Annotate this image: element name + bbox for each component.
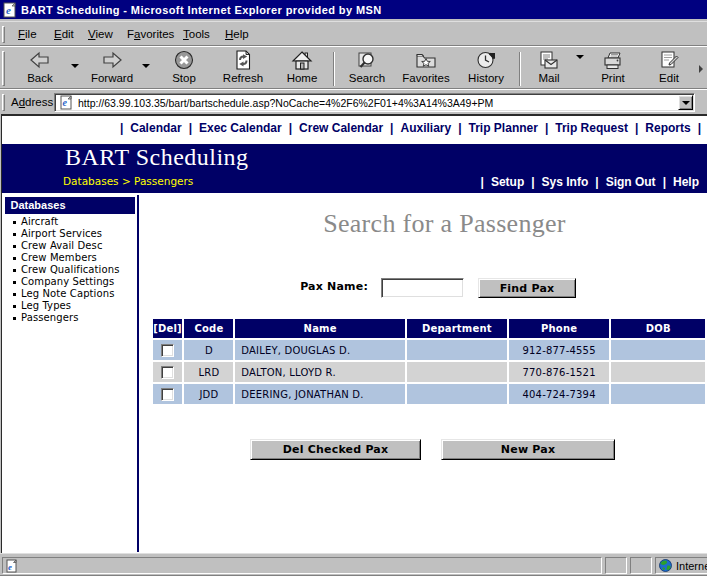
- nav-auxiliary[interactable]: Auxiliary: [400, 121, 451, 135]
- status-bar: e Internet: [0, 553, 707, 576]
- del-checked-pax-button[interactable]: Del Checked Pax: [250, 439, 421, 460]
- back-button[interactable]: Back: [12, 49, 68, 89]
- toolbar-overflow-icon[interactable]: [699, 65, 703, 73]
- row-checkbox[interactable]: [161, 388, 174, 401]
- sidebar-item-crew-members[interactable]: Crew Members: [4, 252, 136, 264]
- table-row: LRD DALTON, LLOYD R. 770-876-1521: [153, 362, 706, 382]
- table-row: D DAILEY, DOUGLAS D. 912-877-4555: [153, 340, 706, 360]
- edit-button[interactable]: Edit: [645, 49, 693, 89]
- toolbar-separator: [333, 52, 335, 86]
- nav-crew-calendar[interactable]: Crew Calendar: [299, 121, 383, 135]
- forward-icon: [101, 50, 123, 71]
- pax-name-input[interactable]: [381, 278, 464, 298]
- nav-trip-request[interactable]: Trip Request: [555, 121, 628, 135]
- nav-exec-calendar[interactable]: Exec Calendar: [199, 121, 282, 135]
- toolbar: Back Forward Stop Refresh Home Search Fa…: [0, 46, 707, 89]
- find-pax-button[interactable]: Find Pax: [478, 278, 576, 298]
- menu-tools[interactable]: Tools: [183, 22, 210, 47]
- nav-calendar[interactable]: Calendar: [130, 121, 181, 135]
- ie-logo-icon: e: [2, 2, 18, 18]
- sidebar-item-passengers[interactable]: Passengers: [4, 312, 136, 324]
- browser-window: e BART Scheduling - Microsoft Internet E…: [0, 0, 707, 576]
- refresh-button[interactable]: Refresh: [214, 49, 272, 89]
- sidebar-header: Databases: [5, 197, 135, 214]
- sidebar-item-airport-services[interactable]: Airport Services: [4, 228, 136, 240]
- col-del: [Del]: [153, 319, 183, 338]
- banner-links: |Setup|Sys Info|Sign Out|Help: [476, 175, 701, 189]
- menu-help[interactable]: Help: [225, 22, 249, 47]
- row-checkbox[interactable]: [161, 366, 174, 379]
- status-panel: [630, 557, 652, 574]
- toolbar-grip[interactable]: [2, 51, 5, 86]
- new-pax-button[interactable]: New Pax: [441, 439, 615, 460]
- row-checkbox[interactable]: [161, 344, 174, 357]
- page-content: |Calendar|Exec Calendar|Crew Calendar|Au…: [0, 114, 707, 553]
- address-dropdown-button[interactable]: [678, 95, 693, 110]
- nav-trip-planner[interactable]: Trip Planner: [469, 121, 538, 135]
- stop-icon: [173, 50, 195, 71]
- back-dropdown-icon[interactable]: [71, 64, 79, 68]
- refresh-icon: [232, 50, 254, 71]
- menu-view[interactable]: View: [88, 22, 113, 47]
- forward-button[interactable]: Forward: [84, 49, 140, 89]
- mail-dropdown-icon[interactable]: [576, 55, 584, 59]
- home-button[interactable]: Home: [274, 49, 330, 89]
- globe-icon: [659, 559, 672, 572]
- menu-file[interactable]: File: [18, 22, 37, 47]
- toolbar-separator: [519, 52, 521, 86]
- col-department: Department: [407, 319, 507, 338]
- page-title: Search for a Passenger: [182, 209, 707, 239]
- favorites-button[interactable]: Favorites: [396, 49, 456, 89]
- window-border: [0, 114, 1, 553]
- sidebar-divider: [137, 195, 139, 552]
- address-label: Address: [11, 90, 53, 115]
- nav-reports[interactable]: Reports: [645, 121, 690, 135]
- col-code: Code: [184, 319, 233, 338]
- app-banner: BART Scheduling Databases > Passengers |…: [2, 144, 707, 193]
- forward-dropdown-icon[interactable]: [142, 64, 150, 68]
- title-bar: e BART Scheduling - Microsoft Internet E…: [0, 0, 707, 20]
- link-help[interactable]: Help: [673, 175, 699, 189]
- favorites-icon: [415, 50, 437, 71]
- address-url: http://63.99.103.35/bart/bartschedule.as…: [78, 97, 493, 109]
- menu-edit[interactable]: Edit: [54, 22, 74, 47]
- search-button[interactable]: Search: [338, 49, 396, 89]
- history-button[interactable]: History: [458, 49, 514, 89]
- menu-favorites[interactable]: Favorites: [127, 22, 174, 47]
- link-sys-info[interactable]: Sys Info: [542, 175, 589, 189]
- col-phone: Phone: [509, 319, 610, 338]
- sidebar-item-leg-types[interactable]: Leg Types: [4, 300, 136, 312]
- sidebar-item-crew-avail-desc[interactable]: Crew Avail Desc: [4, 240, 136, 252]
- history-icon: [475, 50, 497, 71]
- col-name: Name: [235, 319, 405, 338]
- breadcrumb: Databases > Passengers: [63, 175, 193, 187]
- print-icon: [602, 50, 624, 71]
- link-setup[interactable]: Setup: [491, 175, 524, 189]
- passenger-table: [Del] Code Name Department Phone DOB D D…: [151, 317, 707, 406]
- print-button[interactable]: Print: [588, 49, 638, 89]
- address-bar: Address e http://63.99.103.35/bart/barts…: [0, 89, 707, 114]
- page-icon: e: [59, 95, 74, 110]
- window-title: BART Scheduling - Microsoft Internet Exp…: [21, 4, 382, 16]
- pax-name-label: Pax Name:: [300, 280, 368, 293]
- edit-icon: [658, 50, 680, 71]
- svg-text:e: e: [8, 561, 12, 571]
- back-icon: [29, 50, 51, 71]
- addressbar-grip[interactable]: [2, 94, 5, 111]
- svg-text:e: e: [63, 97, 68, 108]
- address-input[interactable]: e http://63.99.103.35/bart/bartschedule.…: [54, 93, 695, 112]
- app-title: BART Scheduling: [65, 144, 249, 171]
- home-icon: [291, 50, 313, 71]
- mail-button[interactable]: Mail: [524, 49, 574, 89]
- table-row: JDD DEERING, JONATHAN D. 404-724-7394: [153, 384, 706, 404]
- stop-button[interactable]: Stop: [156, 49, 212, 89]
- sidebar-item-aircraft[interactable]: Aircraft: [4, 216, 136, 228]
- menubar-grip[interactable]: [2, 26, 5, 43]
- sidebar-item-crew-qualifications[interactable]: Crew Qualifications: [4, 264, 136, 276]
- status-zone-panel: Internet: [655, 557, 707, 574]
- status-message-panel: e: [2, 557, 602, 574]
- svg-text:e: e: [6, 4, 11, 16]
- link-sign-out[interactable]: Sign Out: [606, 175, 656, 189]
- security-zone-label: Internet: [676, 560, 707, 572]
- search-form: Pax Name: Find Pax: [2, 276, 707, 298]
